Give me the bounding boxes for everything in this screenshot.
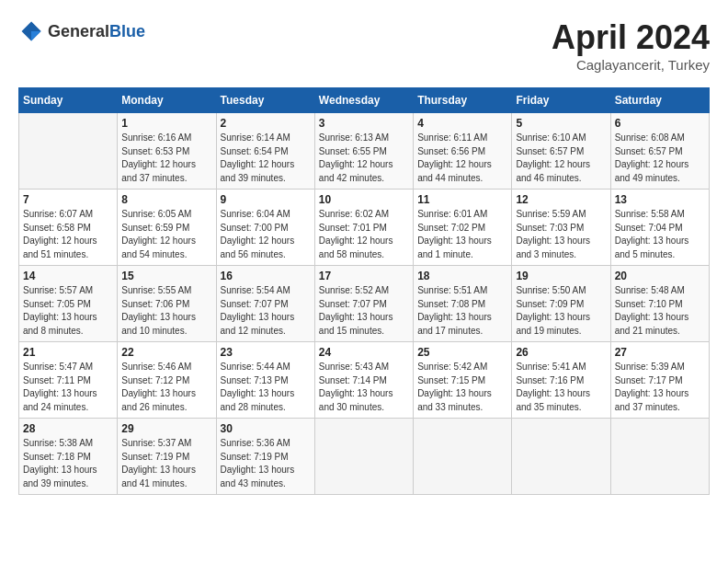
day-number: 14: [23, 270, 113, 282]
logo-text-blue: Blue: [109, 22, 145, 40]
day-info: Sunrise: 5:50 AM Sunset: 7:09 PM Dayligh…: [516, 284, 606, 338]
weekday-header-cell: Thursday: [414, 88, 512, 113]
day-number: 2: [221, 117, 311, 130]
calendar-cell: 14Sunrise: 5:57 AM Sunset: 7:05 PM Dayli…: [19, 266, 118, 342]
calendar-cell: 10Sunrise: 6:02 AM Sunset: 7:01 PM Dayli…: [314, 190, 413, 266]
calendar-cell: [19, 113, 118, 190]
calendar-cell: 19Sunrise: 5:50 AM Sunset: 7:09 PM Dayli…: [512, 266, 610, 342]
day-info: Sunrise: 5:39 AM Sunset: 7:17 PM Dayligh…: [615, 361, 705, 414]
calendar-cell: 13Sunrise: 5:58 AM Sunset: 7:04 PM Dayli…: [610, 190, 709, 266]
weekday-header-cell: Sunday: [19, 88, 118, 113]
day-number: 23: [221, 346, 311, 359]
day-number: 18: [417, 270, 507, 282]
day-number: 4: [417, 117, 507, 130]
day-info: Sunrise: 5:57 AM Sunset: 7:05 PM Dayligh…: [23, 284, 113, 338]
day-info: Sunrise: 5:47 AM Sunset: 7:11 PM Dayligh…: [23, 361, 113, 414]
calendar-week-row: 1Sunrise: 6:16 AM Sunset: 6:53 PM Daylig…: [19, 113, 710, 190]
day-info: Sunrise: 6:04 AM Sunset: 7:00 PM Dayligh…: [221, 208, 311, 261]
calendar-cell: 30Sunrise: 5:36 AM Sunset: 7:19 PM Dayli…: [216, 419, 314, 495]
day-number: 20: [615, 270, 705, 282]
svg-marker-2: [31, 31, 41, 41]
calendar-cell: 8Sunrise: 6:05 AM Sunset: 6:59 PM Daylig…: [118, 190, 216, 266]
day-info: Sunrise: 5:36 AM Sunset: 7:19 PM Dayligh…: [221, 437, 311, 490]
svg-marker-1: [31, 22, 41, 32]
day-info: Sunrise: 5:48 AM Sunset: 7:10 PM Dayligh…: [615, 284, 705, 338]
day-info: Sunrise: 5:58 AM Sunset: 7:04 PM Dayligh…: [615, 208, 705, 261]
calendar-cell: 28Sunrise: 5:38 AM Sunset: 7:18 PM Dayli…: [19, 419, 118, 495]
title-area: April 2024 Caglayancerit, Turkey: [552, 18, 710, 73]
day-info: Sunrise: 6:07 AM Sunset: 6:58 PM Dayligh…: [23, 208, 113, 261]
calendar-cell: 17Sunrise: 5:52 AM Sunset: 7:07 PM Dayli…: [314, 266, 413, 342]
day-info: Sunrise: 6:08 AM Sunset: 6:57 PM Dayligh…: [615, 132, 705, 185]
calendar-cell: 20Sunrise: 5:48 AM Sunset: 7:10 PM Dayli…: [610, 266, 709, 342]
day-info: Sunrise: 5:55 AM Sunset: 7:06 PM Dayligh…: [121, 284, 211, 338]
day-info: Sunrise: 5:52 AM Sunset: 7:07 PM Dayligh…: [319, 284, 409, 338]
calendar-cell: 12Sunrise: 5:59 AM Sunset: 7:03 PM Dayli…: [512, 190, 610, 266]
logo: GeneralBlue: [18, 18, 145, 44]
weekday-header-cell: Friday: [512, 88, 610, 113]
calendar-cell: 26Sunrise: 5:41 AM Sunset: 7:16 PM Dayli…: [512, 342, 610, 419]
day-number: 8: [121, 193, 211, 206]
calendar-cell: [414, 419, 512, 495]
calendar-cell: 18Sunrise: 5:51 AM Sunset: 7:08 PM Dayli…: [414, 266, 512, 342]
calendar-cell: 21Sunrise: 5:47 AM Sunset: 7:11 PM Dayli…: [19, 342, 118, 419]
day-info: Sunrise: 5:44 AM Sunset: 7:13 PM Dayligh…: [221, 361, 311, 414]
calendar-cell: 11Sunrise: 6:01 AM Sunset: 7:02 PM Dayli…: [414, 190, 512, 266]
calendar-cell: 25Sunrise: 5:42 AM Sunset: 7:15 PM Dayli…: [414, 342, 512, 419]
calendar-title: April 2024: [552, 18, 710, 57]
calendar-cell: 6Sunrise: 6:08 AM Sunset: 6:57 PM Daylig…: [610, 113, 709, 190]
day-info: Sunrise: 5:54 AM Sunset: 7:07 PM Dayligh…: [221, 284, 311, 338]
calendar-body: 1Sunrise: 6:16 AM Sunset: 6:53 PM Daylig…: [19, 113, 710, 495]
day-info: Sunrise: 5:51 AM Sunset: 7:08 PM Dayligh…: [417, 284, 507, 338]
day-number: 9: [221, 193, 311, 206]
calendar-cell: 23Sunrise: 5:44 AM Sunset: 7:13 PM Dayli…: [216, 342, 314, 419]
day-info: Sunrise: 5:46 AM Sunset: 7:12 PM Dayligh…: [121, 361, 211, 414]
calendar-week-row: 7Sunrise: 6:07 AM Sunset: 6:58 PM Daylig…: [19, 190, 710, 266]
day-number: 25: [417, 346, 507, 359]
calendar-subtitle: Caglayancerit, Turkey: [552, 57, 710, 73]
calendar-cell: 29Sunrise: 5:37 AM Sunset: 7:19 PM Dayli…: [118, 419, 216, 495]
day-number: 21: [23, 346, 113, 359]
day-number: 11: [417, 193, 507, 206]
day-number: 5: [516, 117, 606, 130]
logo-text-general: General: [48, 22, 109, 40]
day-number: 19: [516, 270, 606, 282]
day-number: 3: [319, 117, 409, 130]
calendar-cell: 3Sunrise: 6:13 AM Sunset: 6:55 PM Daylig…: [314, 113, 413, 190]
day-info: Sunrise: 6:01 AM Sunset: 7:02 PM Dayligh…: [417, 208, 507, 261]
day-info: Sunrise: 5:37 AM Sunset: 7:19 PM Dayligh…: [121, 437, 211, 490]
day-number: 29: [121, 422, 211, 435]
weekday-header-cell: Monday: [118, 88, 216, 113]
day-number: 10: [319, 193, 409, 206]
day-number: 1: [121, 117, 211, 130]
weekday-header-cell: Wednesday: [314, 88, 413, 113]
calendar-cell: 4Sunrise: 6:11 AM Sunset: 6:56 PM Daylig…: [414, 113, 512, 190]
day-info: Sunrise: 5:42 AM Sunset: 7:15 PM Dayligh…: [417, 361, 507, 414]
calendar-cell: [314, 419, 413, 495]
page-header: GeneralBlue April 2024 Caglayancerit, Tu…: [18, 18, 710, 73]
calendar-cell: 9Sunrise: 6:04 AM Sunset: 7:00 PM Daylig…: [216, 190, 314, 266]
day-number: 27: [615, 346, 705, 359]
day-number: 15: [121, 270, 211, 282]
calendar-cell: 16Sunrise: 5:54 AM Sunset: 7:07 PM Dayli…: [216, 266, 314, 342]
day-info: Sunrise: 5:59 AM Sunset: 7:03 PM Dayligh…: [516, 208, 606, 261]
day-info: Sunrise: 5:41 AM Sunset: 7:16 PM Dayligh…: [516, 361, 606, 414]
day-info: Sunrise: 5:38 AM Sunset: 7:18 PM Dayligh…: [23, 437, 113, 490]
day-number: 13: [615, 193, 705, 206]
calendar-cell: 2Sunrise: 6:14 AM Sunset: 6:54 PM Daylig…: [216, 113, 314, 190]
calendar-cell: 27Sunrise: 5:39 AM Sunset: 7:17 PM Dayli…: [610, 342, 709, 419]
calendar-week-row: 28Sunrise: 5:38 AM Sunset: 7:18 PM Dayli…: [19, 419, 710, 495]
day-info: Sunrise: 6:02 AM Sunset: 7:01 PM Dayligh…: [319, 208, 409, 261]
day-info: Sunrise: 6:14 AM Sunset: 6:54 PM Dayligh…: [221, 132, 311, 185]
weekday-header-row: SundayMondayTuesdayWednesdayThursdayFrid…: [19, 88, 710, 113]
weekday-header-cell: Saturday: [610, 88, 709, 113]
day-number: 16: [221, 270, 311, 282]
day-info: Sunrise: 6:13 AM Sunset: 6:55 PM Dayligh…: [319, 132, 409, 185]
calendar-cell: 7Sunrise: 6:07 AM Sunset: 6:58 PM Daylig…: [19, 190, 118, 266]
logo-icon: [18, 18, 44, 44]
calendar-week-row: 21Sunrise: 5:47 AM Sunset: 7:11 PM Dayli…: [19, 342, 710, 419]
calendar-cell: [512, 419, 610, 495]
day-number: 12: [516, 193, 606, 206]
day-info: Sunrise: 6:05 AM Sunset: 6:59 PM Dayligh…: [121, 208, 211, 261]
day-number: 24: [319, 346, 409, 359]
